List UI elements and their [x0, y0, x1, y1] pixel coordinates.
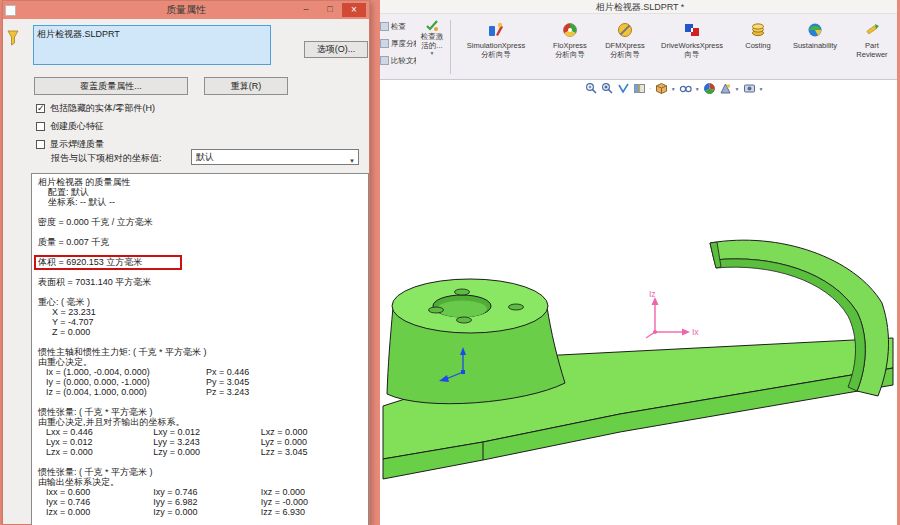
tensor-com-note: 由重心决定,并且对齐输出的坐标系。 [32, 417, 368, 427]
graphics-area[interactable]: · ▼ ▼ ▼ ▼ [380, 80, 900, 525]
check-active-label: 活的... [418, 41, 446, 50]
view-settings-icon[interactable] [743, 82, 756, 95]
surface-area-line: 表面积 = 7031.140 平方毫米 [32, 277, 368, 287]
boss-center-hole-bottom [437, 301, 487, 318]
check-active-label: 检查激 [418, 32, 446, 41]
ribbon-button-check-active[interactable]: 检查激 活的... ▼ [418, 18, 446, 76]
tensor-row: Lzx = 0.000Lzy = 0.000Lzz = 3.045 [32, 447, 368, 457]
principal-row: Iz = (0.004, 1.000, 0.000)Pz = 3.243 [32, 387, 368, 397]
center-of-mass-title: 重心: ( 毫米 ) [32, 297, 368, 307]
recalculate-button[interactable]: 重算(R) [204, 77, 288, 95]
coordinate-system-dropdown[interactable]: 默认 ▼ [191, 149, 359, 165]
zoom-fit-icon[interactable] [585, 82, 598, 95]
ribbon-toolbar: 检查 厚度分析 比较文档 检查激 活的... ▼ SimulationXpres… [380, 14, 900, 80]
results-line: 配置: 默认 [32, 187, 368, 197]
mass-properties-results[interactable]: 相片检视器 的质量属性 配置: 默认 坐标系: -- 默认 -- 密度 = 0.… [31, 173, 369, 525]
options-button[interactable]: 选项(O)... [304, 41, 368, 58]
edit-appearance-icon[interactable] [703, 82, 716, 95]
check-icon: ✓ [37, 103, 45, 113]
ribbon-button-costing[interactable]: Costing [736, 20, 780, 76]
tensor-row: Iyx = 0.746Iyy = 6.982Iyz = -0.000 [32, 497, 368, 507]
principal-axis-label-horizontal: Ix [692, 327, 699, 337]
minimize-button[interactable]: – [294, 3, 318, 17]
ribbon-button-driveworksxpress[interactable]: DriveWorksXpress 向导 [654, 20, 730, 76]
override-mass-properties-button[interactable]: 覆盖质量属性... [34, 77, 188, 95]
chevron-down-icon[interactable]: ▼ [671, 86, 676, 92]
costing-icon [750, 22, 766, 38]
zoom-area-icon[interactable] [601, 82, 614, 95]
mass-properties-dialog: 质量属性 – □ × 相片检视器.SLDPRT 选项(O)... 覆盖质量属性.… [2, 0, 370, 525]
checkbox-label: 创建质心特征 [50, 120, 104, 133]
sustainability-icon [807, 22, 823, 38]
apply-scene-icon[interactable] [719, 82, 732, 95]
hide-show-items-icon[interactable] [679, 82, 692, 95]
view-orientation-icon[interactable] [655, 82, 668, 95]
principal-axis-label-vertical: Iz [649, 289, 656, 299]
magnify-selection-icon[interactable] [617, 82, 630, 95]
ribbon-item-label: 检查 [391, 22, 406, 32]
ribbon-button-dfmxpress[interactable]: DFMXpress 分析向导 [598, 20, 652, 76]
filename-field[interactable]: 相片检视器.SLDPRT [33, 25, 271, 65]
selection-filter-icon [5, 29, 21, 47]
boss-slot-hole[interactable] [429, 307, 444, 313]
boss-slot-hole[interactable] [457, 317, 472, 323]
solidworks-window: 相片检视器.SLDPRT * 检查 厚度分析 比较文档 检查激 活的... ▼ … [380, 0, 900, 525]
chevron-down-icon[interactable]: ▼ [695, 86, 700, 92]
tensor-out-title: 惯性张量: ( 千克 * 平方毫米 ) [32, 467, 368, 477]
section-view-icon[interactable] [633, 82, 646, 95]
floxpress-icon [562, 22, 578, 38]
volume-line: 体积 = 6920.153 立方毫米 [32, 257, 368, 267]
ribbon-button-simulationxpress[interactable]: SimulationXpress 分析向导 [450, 20, 542, 76]
check-active-icon [425, 18, 439, 32]
ribbon-item-thickness-analysis[interactable]: 厚度分析 [380, 35, 416, 52]
part-reviewer-icon [864, 22, 880, 38]
checkbox-label: 包括隐藏的实体/零部件(H) [50, 102, 155, 115]
chevron-down-icon: ▼ [349, 154, 355, 168]
chevron-down-icon: ▼ [418, 50, 446, 56]
close-button[interactable]: × [342, 3, 366, 17]
principal-axes-title: 惯性主轴和惯性主力矩: ( 千克 * 平方毫米 ) [32, 347, 368, 357]
checkbox-box [36, 122, 45, 131]
results-line: 相片检视器 的质量属性 [32, 177, 368, 187]
chevron-down-icon[interactable]: ▼ [759, 86, 764, 92]
checkbox-create-com-feature[interactable]: 创建质心特征 [36, 120, 104, 132]
tensor-com-title: 惯性张量: ( 千克 * 平方毫米 ) [32, 407, 368, 417]
checkbox-box: ✓ [36, 104, 45, 113]
principal-row: Ix = (1.000, -0.004, 0.000)Px = 0.446 [32, 367, 368, 377]
com-y: Y = -4.707 [32, 317, 368, 327]
mass-line: 质量 = 0.007 千克 [32, 237, 368, 247]
dfmxpress-icon [617, 22, 633, 38]
tensor-row: Izx = 0.000Izy = 0.000Izz = 6.930 [32, 507, 368, 517]
boss-slot-hole[interactable] [455, 289, 470, 295]
maximize-button[interactable]: □ [318, 3, 342, 17]
ribbon-button-floxpress[interactable]: FloXpress 分析向导 [544, 20, 596, 76]
model-canvas[interactable]: Iz Ix [380, 96, 900, 525]
tensor-row: Lyx = 0.012Lyy = 3.243Lyz = 0.000 [32, 437, 368, 447]
density-line: 密度 = 0.000 千克 / 立方毫米 [32, 217, 368, 227]
ribbon-button-sustainability[interactable]: Sustainability [784, 20, 846, 76]
principal-axes-triad: Iz Ix [646, 289, 699, 338]
headsup-toolbar: · ▼ ▼ ▼ ▼ [585, 81, 763, 96]
simulationxpress-icon [488, 22, 504, 38]
ribbon-item-label: 厚度分析 [391, 39, 416, 49]
ribbon-item-compare-documents[interactable]: 比较文档 [380, 52, 416, 69]
driveworksxpress-icon [684, 22, 700, 38]
window-border [370, 0, 380, 525]
solidworks-titlebar[interactable]: 相片检视器.SLDPRT * [380, 0, 900, 14]
check-icon [380, 22, 389, 31]
ribbon-item-check[interactable]: 检查 [380, 18, 416, 35]
boss-slot-hole[interactable] [509, 304, 524, 310]
checkbox-include-hidden[interactable]: ✓ 包括隐藏的实体/零部件(H) [36, 102, 155, 114]
window-title: 相片检视器.SLDPRT * [596, 2, 685, 12]
screen: 相片检视器.SLDPRT * 检查 厚度分析 比较文档 检查激 活的... ▼ … [0, 0, 900, 525]
chevron-down-icon[interactable]: ▼ [735, 86, 740, 92]
tensor-row: Ixx = 0.600Ixy = 0.746Ixz = 0.000 [32, 487, 368, 497]
ribbon-clipped-group: 检查 厚度分析 比较文档 [380, 18, 416, 76]
dialog-titlebar[interactable]: 质量属性 – □ × [3, 1, 369, 19]
ribbon-button-part-reviewer[interactable]: Part Reviewer [850, 20, 894, 76]
tensor-out-note: 由输出坐标系决定。 [32, 477, 368, 487]
com-z: Z = 0.000 [32, 327, 368, 337]
checkbox-box [36, 140, 45, 149]
checkbox-show-weld-mass[interactable]: 显示焊缝质量 [36, 138, 104, 150]
principal-axes-note: 由重心决定。 [32, 357, 368, 367]
